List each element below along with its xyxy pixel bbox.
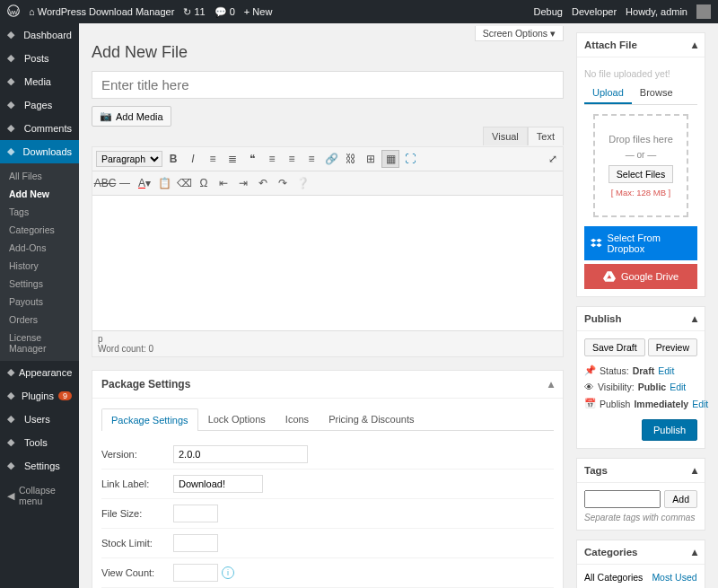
edit-status-link[interactable]: Edit bbox=[658, 365, 674, 376]
quote-button[interactable]: ❝ bbox=[243, 150, 261, 168]
sidebar-item-plugins[interactable]: ◆Plugins9 bbox=[0, 384, 79, 408]
sidebar-item-comments[interactable]: ◆Comments bbox=[0, 117, 79, 140]
sidebar-item-appearance[interactable]: ◆Appearance bbox=[0, 361, 79, 384]
more-button[interactable]: ⊞ bbox=[362, 150, 380, 168]
indent-button[interactable]: ⇥ bbox=[234, 174, 252, 192]
submenu-all-files[interactable]: All Files bbox=[0, 167, 79, 185]
link-button[interactable]: 🔗 bbox=[322, 150, 340, 168]
undo-button[interactable]: ↶ bbox=[254, 174, 272, 192]
align-left-button[interactable]: ≡ bbox=[263, 150, 281, 168]
submenu-payouts[interactable]: Payouts bbox=[0, 293, 79, 311]
dropbox-button[interactable]: Select From Dropbox bbox=[584, 226, 697, 260]
pkg-tab-lock-options[interactable]: Lock Options bbox=[198, 408, 276, 430]
sidebar-item-dashboard[interactable]: ◆Dashboard bbox=[0, 23, 79, 47]
bold-button[interactable]: B bbox=[164, 150, 182, 168]
unlink-button[interactable]: ⛓ bbox=[342, 150, 360, 168]
editor-tab-visual[interactable]: Visual bbox=[483, 127, 528, 145]
developer-link[interactable]: Developer bbox=[572, 6, 617, 17]
dropzone[interactable]: Drop files here — or — Select Files [ Ma… bbox=[593, 114, 688, 217]
dash-icon: ◆ bbox=[7, 29, 19, 41]
paste-button[interactable]: 📋 bbox=[155, 174, 173, 192]
upload-tab[interactable]: Upload bbox=[584, 83, 632, 104]
cat-tab-most[interactable]: Most Used bbox=[652, 572, 696, 583]
comments-link[interactable]: 💬 0 bbox=[215, 6, 235, 18]
sidebar-item-tools[interactable]: ◆Tools bbox=[0, 431, 79, 454]
add-media-button[interactable]: 📷 Add Media bbox=[92, 106, 171, 127]
screen-options-toggle[interactable]: Screen Options ▾ bbox=[475, 26, 564, 41]
wp-logo[interactable] bbox=[7, 4, 20, 19]
expand-icon[interactable]: ⤢ bbox=[548, 153, 557, 165]
sidebar-item-users[interactable]: ◆Users bbox=[0, 408, 79, 431]
view-label: View Count: bbox=[101, 567, 173, 578]
pkg-tab-icons[interactable]: Icons bbox=[276, 408, 319, 430]
submenu-categories[interactable]: Categories bbox=[0, 221, 79, 239]
sidebar-item-settings[interactable]: ◆Settings bbox=[0, 454, 79, 478]
sidebar-item-posts[interactable]: ◆Posts bbox=[0, 47, 79, 70]
collapse-menu[interactable]: ◀ Collapse menu bbox=[0, 478, 79, 513]
tags-input[interactable] bbox=[584, 490, 661, 508]
clear-button[interactable]: ⌫ bbox=[175, 174, 193, 192]
select-files-button[interactable]: Select Files bbox=[609, 165, 673, 183]
sidebar-item-downloads[interactable]: ◆Downloads bbox=[0, 140, 79, 163]
edit-visibility-link[interactable]: Edit bbox=[670, 382, 686, 392]
info-icon[interactable]: i bbox=[222, 566, 234, 579]
pkg-tab-package-settings[interactable]: Package Settings bbox=[101, 408, 198, 431]
distraction-free-button[interactable]: ⛶ bbox=[401, 150, 419, 168]
toolbar-toggle-button[interactable]: ▦ bbox=[381, 150, 399, 168]
editor-content[interactable] bbox=[92, 196, 563, 330]
sidebar-item-media[interactable]: ◆Media bbox=[0, 70, 79, 93]
submenu-history[interactable]: History bbox=[0, 257, 79, 275]
avatar[interactable] bbox=[696, 4, 711, 19]
submenu-settings[interactable]: Settings bbox=[0, 275, 79, 293]
submenu-orders[interactable]: Orders bbox=[0, 311, 79, 329]
save-draft-button[interactable]: Save Draft bbox=[584, 338, 645, 356]
publish-button[interactable]: Publish bbox=[642, 419, 697, 441]
profile-link[interactable]: Howdy, admin bbox=[626, 6, 687, 17]
stock-input[interactable] bbox=[173, 534, 218, 552]
pkg-tab-pricing-discounts[interactable]: Pricing & Discounts bbox=[319, 408, 424, 430]
panel-toggle[interactable]: ▴ bbox=[692, 312, 697, 325]
link-label-input[interactable] bbox=[173, 475, 263, 493]
preview-button[interactable]: Preview bbox=[648, 338, 697, 356]
submenu-tags[interactable]: Tags bbox=[0, 203, 79, 221]
strike-button[interactable]: ABC bbox=[96, 174, 114, 192]
debug-link[interactable]: Debug bbox=[534, 6, 563, 17]
categories-heading: Categories bbox=[584, 547, 637, 557]
align-center-button[interactable]: ≡ bbox=[283, 150, 301, 168]
textcolor-button[interactable]: A ▾ bbox=[136, 174, 153, 192]
edit-schedule-link[interactable]: Edit bbox=[692, 399, 708, 409]
browse-tab[interactable]: Browse bbox=[632, 83, 681, 104]
view-input[interactable] bbox=[173, 564, 218, 582]
file-size-input[interactable] bbox=[173, 505, 218, 522]
align-right-button[interactable]: ≡ bbox=[302, 150, 320, 168]
ul-button[interactable]: ≡ bbox=[204, 150, 222, 168]
hr-button[interactable]: — bbox=[116, 174, 134, 192]
panel-toggle[interactable]: ▴ bbox=[692, 39, 697, 51]
add-tag-button[interactable]: Add bbox=[664, 490, 697, 508]
ol-button[interactable]: ≣ bbox=[223, 150, 241, 168]
outdent-button[interactable]: ⇤ bbox=[215, 174, 232, 192]
new-link[interactable]: + New bbox=[244, 6, 273, 17]
submenu-license-manager[interactable]: License Manager bbox=[0, 329, 79, 357]
italic-button[interactable]: I bbox=[184, 150, 202, 168]
editor-tab-text[interactable]: Text bbox=[528, 127, 564, 145]
cat-tab-all[interactable]: All Categories bbox=[584, 572, 643, 583]
sidebar-item-pages[interactable]: ◆Pages bbox=[0, 93, 79, 117]
publish-heading: Publish bbox=[584, 313, 622, 324]
post-title-input[interactable] bbox=[92, 71, 564, 99]
panel-toggle[interactable]: ▴ bbox=[548, 378, 554, 391]
panel-toggle[interactable]: ▴ bbox=[692, 546, 697, 558]
updates-link[interactable]: ↻ 11 bbox=[183, 6, 205, 18]
site-home-link[interactable]: ⌂ WordPress Download Manager bbox=[29, 6, 174, 17]
package-settings-heading: Package Settings bbox=[101, 378, 190, 391]
panel-toggle[interactable]: ▴ bbox=[692, 464, 697, 477]
submenu-add-ons[interactable]: Add-Ons bbox=[0, 239, 79, 257]
redo-button[interactable]: ↷ bbox=[274, 174, 292, 192]
submenu-add-new[interactable]: Add New bbox=[0, 185, 79, 203]
pin-icon: ◆ bbox=[7, 52, 20, 65]
google-drive-button[interactable]: Google Drive bbox=[584, 264, 697, 289]
format-select[interactable]: Paragraph bbox=[96, 151, 162, 167]
help-button[interactable]: ❔ bbox=[293, 174, 311, 192]
char-button[interactable]: Ω bbox=[195, 174, 213, 192]
version-input[interactable] bbox=[173, 445, 308, 463]
